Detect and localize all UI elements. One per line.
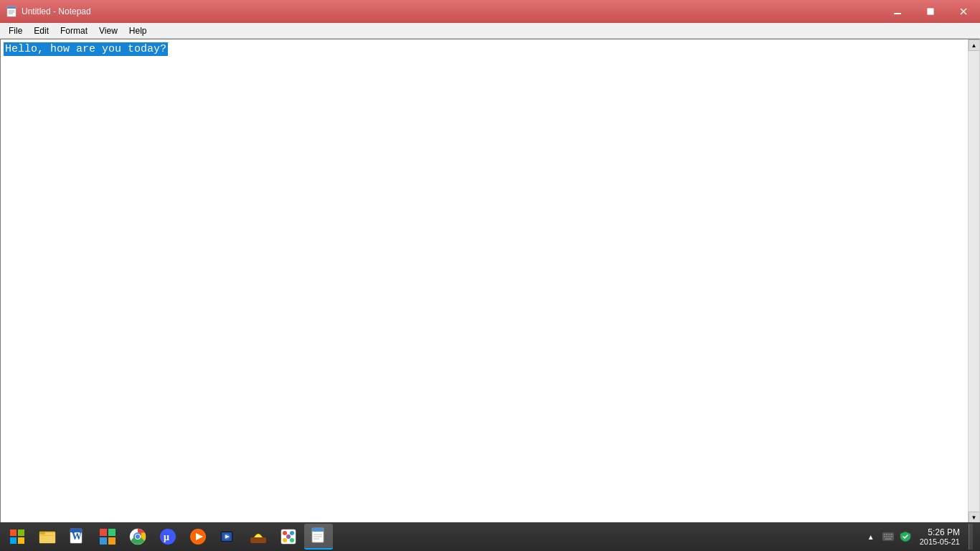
taskbar-notepad[interactable] — [304, 524, 333, 550]
svg-rect-37 — [250, 537, 266, 543]
svg-rect-58 — [885, 538, 892, 540]
svg-rect-19 — [70, 529, 82, 532]
svg-rect-50 — [883, 534, 885, 535]
scroll-track[interactable] — [969, 51, 979, 512]
scrollbar[interactable]: ▲ ▼ — [968, 39, 979, 523]
svg-text:μ: μ — [164, 532, 169, 542]
notepad-window-icon — [6, 6, 17, 17]
tray-chevron[interactable]: ▲ — [864, 524, 878, 550]
svg-rect-11 — [10, 537, 17, 544]
svg-rect-9 — [10, 529, 17, 536]
svg-point-40 — [290, 531, 294, 535]
minimize-button[interactable] — [881, 0, 914, 23]
text-display[interactable]: Hello, how are you today? — [1, 39, 979, 59]
svg-rect-6 — [928, 9, 933, 14]
svg-rect-5 — [894, 13, 901, 14]
title-bar-controls — [881, 0, 980, 23]
svg-point-41 — [283, 538, 287, 542]
taskbar-media-player[interactable] — [184, 524, 212, 550]
scroll-down-arrow[interactable]: ▼ — [969, 512, 980, 523]
taskbar-game[interactable] — [244, 524, 273, 550]
menu-file[interactable]: File — [3, 24, 28, 38]
system-clock[interactable]: 5:26 PM 2015-05-21 — [915, 524, 964, 550]
window-title: Untitled - Notepad — [22, 6, 91, 17]
close-button[interactable] — [947, 0, 980, 23]
svg-rect-15 — [39, 532, 45, 534]
svg-rect-20 — [100, 529, 107, 536]
taskbar-right: ▲ 5:26 PM — [864, 524, 977, 550]
title-bar: Untitled - Notepad — [0, 0, 980, 23]
title-bar-left: Untitled - Notepad — [6, 6, 91, 17]
taskbar-video[interactable] — [214, 524, 242, 550]
taskbar-wordpad[interactable]: W — [63, 524, 92, 550]
svg-rect-14 — [39, 533, 55, 543]
taskbar-file-explorer[interactable] — [33, 524, 62, 550]
svg-rect-54 — [883, 536, 885, 537]
svg-rect-10 — [18, 529, 24, 536]
svg-rect-22 — [100, 537, 107, 545]
svg-rect-45 — [312, 528, 324, 532]
scroll-up-arrow[interactable]: ▲ — [969, 39, 980, 51]
svg-rect-1 — [7, 6, 16, 9]
svg-rect-55 — [886, 536, 887, 537]
svg-point-43 — [286, 534, 291, 539]
taskbar-paint[interactable] — [274, 524, 303, 550]
menu-bar: File Edit Format View Help — [0, 23, 980, 39]
text-area-container: Hello, how are you today? ▲ ▼ — [0, 39, 980, 524]
menu-format[interactable]: Format — [55, 24, 93, 38]
svg-rect-23 — [108, 537, 116, 545]
svg-rect-52 — [888, 534, 890, 535]
notepad-window: Untitled - Notepad File Edit Format View… — [0, 0, 980, 524]
svg-rect-53 — [890, 534, 892, 535]
taskbar-app3[interactable] — [93, 524, 122, 550]
maximize-button[interactable] — [914, 0, 947, 23]
svg-rect-56 — [888, 536, 890, 537]
selected-text: Hello, how are you today? — [4, 42, 168, 56]
svg-point-42 — [290, 538, 294, 542]
svg-marker-33 — [233, 532, 236, 541]
keyboard-tray-icon[interactable] — [881, 524, 895, 550]
menu-edit[interactable]: Edit — [28, 24, 55, 38]
show-desktop-button[interactable] — [969, 524, 973, 550]
svg-rect-21 — [108, 529, 116, 536]
taskbar-app5[interactable]: μ — [154, 524, 182, 550]
svg-rect-57 — [890, 536, 892, 537]
clock-date: 2015-05-21 — [920, 537, 960, 546]
taskbar-chrome[interactable] — [123, 524, 152, 550]
svg-text:W: W — [72, 531, 82, 542]
svg-rect-12 — [18, 537, 24, 544]
svg-point-39 — [283, 531, 287, 535]
taskbar: W μ — [0, 522, 980, 551]
start-button[interactable] — [3, 524, 32, 550]
clock-time: 5:26 PM — [928, 527, 960, 537]
svg-rect-51 — [886, 534, 887, 535]
svg-rect-16 — [40, 535, 55, 536]
menu-help[interactable]: Help — [123, 24, 153, 38]
menu-view[interactable]: View — [93, 24, 123, 38]
security-tray-icon[interactable] — [898, 524, 913, 550]
svg-point-27 — [136, 534, 140, 539]
